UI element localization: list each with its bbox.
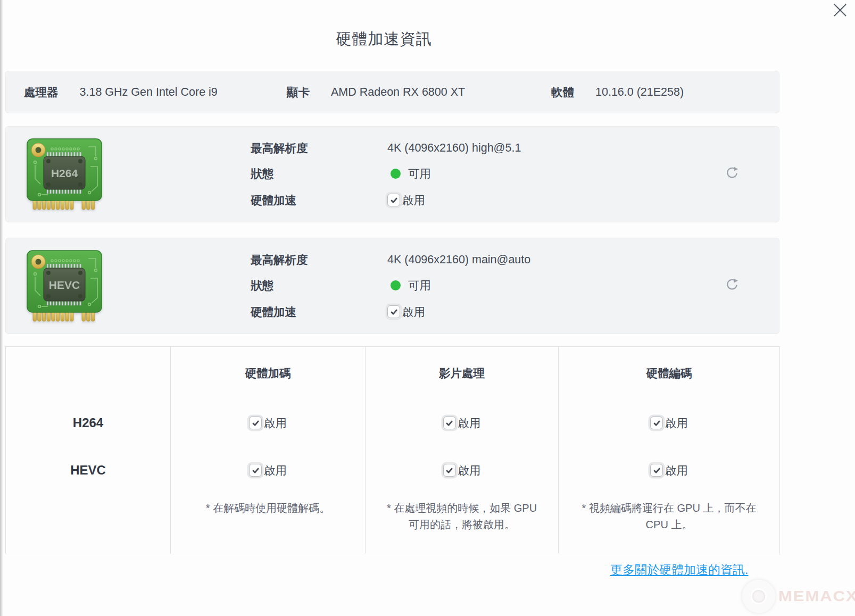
hevc-card: HEVC 最高解析度 狀態 硬體加速 4K (4096x2160) main@a…	[5, 238, 779, 334]
table-cell: 啟用	[365, 447, 558, 494]
checkmark-icon	[252, 467, 260, 475]
checkbox-label: 啟用	[264, 463, 287, 478]
h264-encode-checkbox[interactable]	[650, 417, 663, 429]
checkbox-label: 啟用	[665, 415, 688, 431]
hw-accel-label: 硬體加速	[251, 303, 296, 320]
resolution-value: 4K (4096x2160) high@5.1	[387, 139, 521, 156]
resolution-value: 4K (4096x2160) main@auto	[387, 251, 530, 268]
codec-chip-icon: H264	[26, 137, 103, 212]
watermark-logo-icon	[742, 580, 775, 613]
status-value: 可用	[408, 278, 431, 293]
h264-refresh-button[interactable]	[724, 165, 740, 181]
close-icon	[832, 2, 848, 18]
codec-capability-table: 硬體加碼 影片處理 硬體編碼 H264 啟用 啟用 啟用 HEVC	[5, 346, 780, 554]
hw-accel-row: 啟用	[387, 303, 425, 320]
checkmark-icon	[390, 196, 398, 204]
h264-card: H264 最高解析度 狀態 硬體加速 4K (4096x2160) high@5…	[5, 126, 779, 222]
status-available-dot	[391, 169, 401, 179]
decode-footnote: * 在解碼時使用硬體解碼。	[170, 494, 365, 554]
checkbox-label: 啟用	[458, 415, 481, 431]
table-cell: 啟用	[170, 447, 365, 494]
resolution-label: 最高解析度	[251, 251, 308, 268]
h264-processing-checkbox[interactable]	[443, 417, 456, 429]
refresh-icon	[724, 277, 740, 293]
codec-chip-icon: HEVC	[26, 249, 103, 323]
status-value-row: 可用	[387, 277, 431, 294]
close-button[interactable]	[831, 1, 849, 19]
status-available-dot	[391, 280, 401, 290]
gpu-value: AMD Radeon RX 6800 XT	[331, 86, 465, 99]
hevc-processing-checkbox[interactable]	[443, 464, 456, 477]
software-info: 軟體 10.16.0 (21E258)	[551, 71, 684, 113]
software-value: 10.16.0 (21E258)	[595, 86, 684, 99]
checkbox-label: 啟用	[264, 415, 287, 431]
status-value-row: 可用	[387, 165, 431, 182]
processor-label: 處理器	[24, 85, 59, 100]
hw-accel-value: 啟用	[402, 304, 425, 320]
hevc-hw-accel-checkbox[interactable]	[387, 305, 400, 318]
system-info-bar: 處理器 3.18 GHz Gen Intel Core i9 顯卡 AMD Ra…	[5, 71, 779, 113]
h264-hw-accel-checkbox[interactable]	[387, 194, 400, 206]
page-title: 硬體加速資訊	[5, 29, 779, 50]
hevc-refresh-button[interactable]	[724, 277, 740, 293]
chip-label: H264	[51, 167, 78, 179]
checkbox-label: 啟用	[665, 463, 688, 478]
status-value: 可用	[408, 166, 431, 181]
checkmark-icon	[390, 308, 398, 316]
encode-footnote: * 視頻編碼將運行在 GPU 上，而不在 CPU 上。	[558, 494, 779, 554]
hevc-decode-checkbox[interactable]	[249, 464, 262, 477]
table-corner-cell	[6, 347, 170, 399]
status-label: 狀態	[251, 165, 273, 182]
column-header-encode: 硬體編碼	[558, 347, 779, 399]
hevc-encode-checkbox[interactable]	[650, 464, 663, 477]
gpu-info: 顯卡 AMD Radeon RX 6800 XT	[287, 71, 465, 113]
row-header-h264: H264	[6, 399, 170, 447]
window-left-edge-shadow	[0, 0, 3, 616]
hw-accel-row: 啟用	[387, 192, 425, 209]
table-cell: 啟用	[558, 447, 779, 494]
processor-info: 處理器 3.18 GHz Gen Intel Core i9	[24, 71, 218, 113]
checkmark-icon	[252, 419, 260, 427]
watermark-text: MEMACX	[778, 587, 855, 605]
processor-value: 3.18 GHz Gen Intel Core i9	[80, 86, 218, 99]
refresh-icon	[724, 165, 740, 181]
column-header-processing: 影片處理	[365, 347, 558, 399]
gpu-label: 顯卡	[287, 85, 310, 100]
checkmark-icon	[445, 419, 453, 427]
checkbox-label: 啟用	[458, 463, 481, 478]
checkmark-icon	[653, 419, 661, 427]
checkmark-icon	[653, 467, 661, 475]
chip-label: HEVC	[49, 279, 80, 291]
processing-footnote: * 在處理視頻的時候，如果 GPU 可用的話，將被啟用。	[365, 494, 558, 554]
table-cell: 啟用	[558, 399, 779, 447]
more-info-link[interactable]: 更多關於硬體加速的資訊.	[610, 562, 748, 578]
table-empty-cell	[6, 494, 170, 554]
hw-accel-value: 啟用	[402, 193, 425, 208]
resolution-label: 最高解析度	[251, 139, 308, 156]
h264-decode-checkbox[interactable]	[249, 417, 262, 429]
software-label: 軟體	[551, 85, 574, 100]
status-label: 狀態	[251, 277, 273, 294]
checkmark-icon	[445, 467, 453, 475]
hw-accel-label: 硬體加速	[251, 192, 296, 209]
row-header-hevc: HEVC	[6, 447, 170, 494]
column-header-decode: 硬體加碼	[170, 347, 365, 399]
table-cell: 啟用	[170, 399, 365, 447]
table-cell: 啟用	[365, 399, 558, 447]
watermark: MEMACX	[742, 580, 855, 613]
